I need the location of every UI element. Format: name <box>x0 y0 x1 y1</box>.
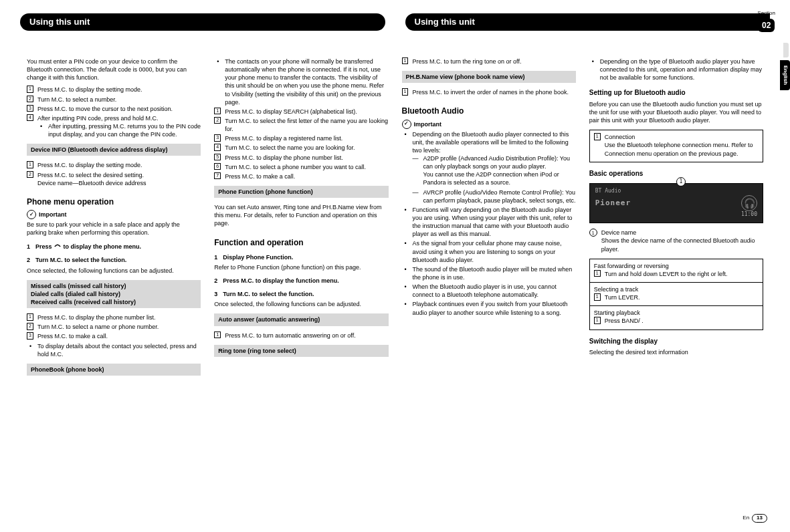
column-1: You must enter a PIN code on your device… <box>27 57 201 381</box>
step-2: 2Turn M.C. to select the function. <box>27 256 201 264</box>
setup-bt-heading: Setting up for Bluetooth audio <box>589 88 763 98</box>
display-brand: Pioneer <box>595 198 631 209</box>
section-badge: Section 02 <box>757 10 775 32</box>
phone-menu-heading: Phone menu operation <box>27 196 201 207</box>
display-preview: 1 BT Audio Pioneer 🎧 11:00 <box>589 183 763 223</box>
basic-ops-heading: Basic operations <box>589 169 763 178</box>
callout-device-name: 1 Device name Shows the device name of t… <box>589 229 763 253</box>
ring-tone-steps: 1Press M.C. to turn the ring tone on or … <box>402 57 576 65</box>
column-3: 1Press M.C. to turn the ring tone on or … <box>402 57 576 381</box>
switching-display-text: Selecting the desired text information <box>589 348 763 356</box>
page-header: Using this unit Using this unit Section … <box>20 13 770 31</box>
bt-note-3: As the signal from your cellular phone m… <box>402 239 576 263</box>
important-text: Be sure to park your vehicle in a safe p… <box>27 221 201 237</box>
fo-step-2: 2Press M.C. to display the function menu… <box>214 277 388 285</box>
phone-function-box: Phone Function (phone function) <box>214 186 388 198</box>
intro-text: You must enter a PIN code on your device… <box>27 57 201 82</box>
page-footer: En 13 <box>743 514 767 523</box>
display-time: 11:00 <box>741 211 757 219</box>
footer-lang: En <box>743 515 749 522</box>
auto-answer-steps: 1Press M.C. to turn automatic answering … <box>214 331 388 340</box>
language-tab-prev <box>783 43 789 57</box>
fo-step-1: 1Display Phone Function. <box>214 253 388 261</box>
search-steps: 1Press M.C. to display SEARCH (alphabeti… <box>214 108 388 180</box>
call-detail-note: To display details about the contact you… <box>27 342 201 358</box>
phb-name-view-box: PH.B.Name view (phone book name view) <box>402 71 576 83</box>
bt-note-4: The sound of the Bluetooth audio player … <box>402 265 576 281</box>
function-operation-heading: Function and operation <box>214 237 388 248</box>
bt-note-5: When the Bluetooth audio player is in us… <box>402 283 576 299</box>
headphone-icon: 🎧 <box>741 195 757 211</box>
phone-function-note: You can set Auto answer, Ring tone and P… <box>214 203 388 227</box>
bt-note-1: Depending on the Bluetooth audio player … <box>402 130 576 205</box>
switching-display-heading: Switching the display <box>589 337 763 346</box>
header-tab-right: Using this unit <box>405 13 771 31</box>
important-icon: ✓ <box>402 120 411 129</box>
device-info-box: Device INFO (Bluetooth device address di… <box>27 144 201 156</box>
phone-icon <box>54 242 62 249</box>
ring-tone-box: Ring tone (ring tone select) <box>214 345 388 357</box>
bt-depend-note: Depending on the type of Bluetooth audio… <box>589 57 763 82</box>
bt-important-label: ✓ Important <box>402 120 576 129</box>
call-history-box: Missed calls (missed call history) Diale… <box>27 280 201 308</box>
bluetooth-audio-heading: Bluetooth Audio <box>402 106 576 116</box>
important-icon: ✓ <box>27 210 36 219</box>
phonebook-box: PhoneBook (phone book) <box>27 364 201 376</box>
important-label: ✓ Important <box>27 210 201 219</box>
connection-table: 1ConnectionUse the Bluetooth telephone c… <box>589 130 763 162</box>
header-tab-left: Using this unit <box>20 13 385 31</box>
bt-note-2: Functions will vary depending on the Blu… <box>402 206 576 239</box>
fo-step-1-sub: Refer to Phone Function (phone function)… <box>214 263 388 271</box>
column-4: Depending on the type of Bluetooth audio… <box>589 57 763 381</box>
section-label: Section <box>757 10 775 17</box>
fo-step-3: 3Turn M.C. to select the function. <box>214 290 388 298</box>
operations-table: Fast forwarding or reversing 1Turn and h… <box>589 259 763 330</box>
contacts-note: The contacts on your phone will normally… <box>214 57 388 106</box>
device-info-steps: 1Press M.C. to display the setting mode.… <box>27 161 201 186</box>
phb-steps: 1Press M.C. to invert the order of names… <box>402 88 576 96</box>
language-tab: English <box>780 60 790 90</box>
step-1: 1Press to display the phone menu. <box>27 242 201 251</box>
footer-page: 13 <box>752 514 767 523</box>
column-2: The contacts on your phone will normally… <box>214 57 388 381</box>
fo-step-3-sub: Once selected, the following functions c… <box>214 300 388 308</box>
step-2-sub: Once selected, the following functions c… <box>27 267 201 275</box>
bt-note-6: Playback continues even if you switch fr… <box>402 300 576 316</box>
pin-steps: 1Press M.C. to display the setting mode.… <box>27 86 201 138</box>
display-source-label: BT Audio <box>595 188 621 195</box>
section-number: 02 <box>758 19 775 32</box>
auto-answer-box: Auto answer (automatic answering) <box>214 313 388 325</box>
setup-bt-text: Before you can use the Bluetooth audio f… <box>589 100 763 124</box>
display-callout: 1 <box>676 177 686 186</box>
call-steps: 1Press M.C. to display the phone number … <box>27 313 201 340</box>
